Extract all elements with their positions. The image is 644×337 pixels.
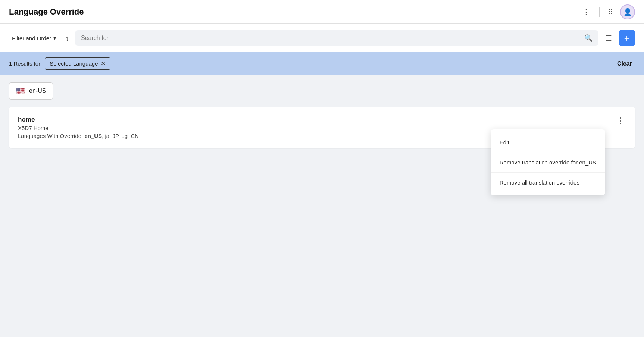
language-selector[interactable]: 🇺🇸 en-US (9, 82, 53, 100)
chevron-down-icon: ▾ (53, 35, 56, 41)
header-divider (599, 7, 600, 17)
app-header: Language Override ⋮ ⠿ 👤 (0, 0, 644, 24)
context-menu-divider-2 (491, 172, 605, 173)
main-content: 🇺🇸 en-US home X5D7 Home Languages With O… (0, 75, 644, 337)
filter-bar-left: 1 Results for Selected Language ✕ (9, 57, 110, 70)
clear-button[interactable]: Clear (614, 59, 635, 69)
filter-tag-label: Selected Language (50, 60, 98, 67)
card-wrapper: home X5D7 Home Languages With Override: … (9, 107, 635, 148)
filter-label: Filter and Order (12, 35, 51, 41)
user-icon: 👤 (623, 8, 632, 16)
list-view-icon: ☰ (605, 34, 612, 42)
grid-apps-button[interactable]: ⠿ (606, 5, 616, 19)
context-menu: Edit Remove translation override for en_… (491, 129, 605, 195)
list-view-button[interactable]: ☰ (603, 31, 614, 45)
toolbar: Filter and Order ▾ ↕ 🔍 ☰ + (0, 24, 644, 52)
add-button[interactable]: + (619, 30, 635, 46)
search-input[interactable] (81, 35, 581, 41)
context-menu-remove-en[interactable]: Remove translation override for en_US (491, 154, 605, 171)
sort-icon: ↕ (65, 34, 69, 42)
search-bar: 🔍 (75, 30, 598, 46)
context-menu-remove-all[interactable]: Remove all translation overrides (491, 174, 605, 191)
card-dots-icon: ⋮ (616, 116, 625, 126)
langs-bold: en_US (84, 133, 102, 139)
card-title: home (18, 116, 626, 123)
header-actions: ⋮ ⠿ 👤 (580, 4, 635, 19)
filter-tag[interactable]: Selected Language ✕ (45, 57, 110, 70)
language-label: en-US (29, 88, 46, 94)
context-menu-edit[interactable]: Edit (491, 134, 605, 151)
card-menu-button[interactable]: ⋮ (613, 114, 628, 127)
results-text: 1 Results for (9, 60, 40, 67)
sort-button[interactable]: ↕ (64, 32, 71, 44)
filter-bar: 1 Results for Selected Language ✕ Clear (0, 52, 644, 75)
grid-icon: ⠿ (608, 7, 613, 16)
plus-icon: + (624, 32, 629, 44)
us-flag-icon: 🇺🇸 (16, 86, 25, 95)
page-title: Language Override (9, 7, 84, 17)
avatar[interactable]: 👤 (620, 4, 635, 19)
vertical-dots-icon: ⋮ (582, 7, 591, 17)
langs-rest: , ja_JP, ug_CN (102, 133, 139, 139)
context-menu-divider (491, 152, 605, 152)
filter-tag-close-icon[interactable]: ✕ (101, 60, 106, 67)
search-icon: 🔍 (584, 34, 593, 42)
filter-order-button[interactable]: Filter and Order ▾ (9, 33, 59, 43)
more-options-button[interactable]: ⋮ (580, 5, 593, 19)
langs-prefix: Languages With Override: (18, 133, 84, 139)
